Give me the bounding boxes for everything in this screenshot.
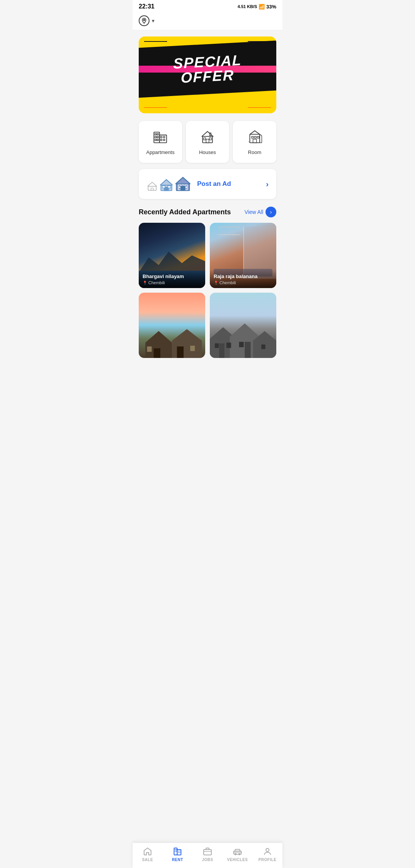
svg-rect-3	[155, 134, 157, 135]
property-card-1[interactable]: Bhargavi nilayam 📍 Chembili	[139, 223, 205, 288]
status-time: 22:31	[139, 3, 154, 10]
svg-rect-61	[175, 851, 176, 851]
wifi-icon: 📶	[259, 4, 265, 10]
pin-icon-2: 📍	[214, 281, 218, 285]
svg-rect-54	[261, 345, 265, 349]
svg-marker-43	[172, 329, 202, 358]
apartments-label: Appartments	[146, 149, 174, 155]
svg-rect-21	[257, 136, 259, 138]
svg-rect-16	[209, 138, 212, 140]
svg-rect-66	[179, 852, 180, 853]
category-room[interactable]: Room	[233, 121, 276, 163]
svg-rect-32	[168, 186, 171, 188]
svg-rect-7	[155, 139, 157, 141]
property-2-name: Raja raja balanana	[214, 273, 272, 279]
nav-rent[interactable]: RENT	[163, 847, 193, 862]
svg-rect-47	[190, 346, 195, 351]
svg-rect-55	[219, 343, 224, 358]
briefcase-nav-icon	[203, 847, 212, 856]
property-1-name: Bhargavi nilayam	[143, 273, 201, 279]
building-nav-icon	[173, 847, 182, 856]
pin-icon-1: 📍	[143, 281, 147, 285]
status-right: 4.51 KB/S 📶 33%	[237, 4, 276, 10]
status-bar: 22:31 4.51 KB/S 📶 33%	[133, 0, 282, 12]
property-2-overlay: Raja raja balanana 📍 Chembili	[210, 270, 276, 288]
svg-point-73	[266, 848, 269, 851]
post-ad-text: Post an Ad	[197, 180, 260, 188]
category-row: Appartments Houses	[139, 121, 276, 163]
svg-rect-5	[155, 136, 157, 138]
property-grid: Bhargavi nilayam 📍 Chembili Raja raja ba…	[139, 223, 276, 358]
svg-rect-11	[161, 139, 162, 141]
svg-rect-4	[157, 134, 159, 135]
svg-rect-45	[177, 346, 183, 358]
nav-jobs[interactable]: JOBS	[193, 847, 222, 862]
svg-rect-28	[151, 188, 153, 190]
property-card-2[interactable]: Raja raja balanana 📍 Chembili	[210, 223, 276, 288]
svg-rect-65	[178, 852, 179, 853]
nav-sale[interactable]: SALE	[133, 847, 163, 862]
location-pin-icon	[139, 15, 149, 26]
post-ad-arrow-icon: ›	[266, 180, 269, 189]
svg-rect-12	[164, 139, 165, 141]
svg-rect-56	[245, 342, 251, 358]
svg-rect-22	[253, 139, 256, 143]
nav-vehicles[interactable]: VEHICLES	[222, 847, 252, 862]
svg-rect-46	[147, 346, 152, 352]
property-card-4[interactable]	[210, 293, 276, 358]
property-card-3[interactable]	[139, 293, 205, 358]
svg-rect-40	[181, 186, 185, 190]
svg-rect-51	[215, 343, 219, 348]
svg-rect-60	[176, 849, 177, 850]
property-2-location: 📍 Chembili	[214, 280, 272, 285]
post-ad-banner[interactable]: Post an Ad ›	[139, 169, 276, 199]
view-all-button[interactable]: View All ›	[244, 207, 276, 217]
svg-rect-13	[203, 136, 212, 143]
person-nav-icon	[263, 847, 272, 856]
svg-rect-20	[254, 136, 256, 138]
svg-point-0	[143, 19, 144, 20]
room-label: Room	[248, 149, 261, 155]
svg-rect-64	[179, 851, 180, 851]
main-content: SPECIAL OFFER	[133, 30, 282, 364]
svg-rect-31	[162, 186, 165, 188]
svg-rect-8	[157, 139, 159, 141]
svg-rect-14	[206, 139, 209, 143]
home-nav-icon	[143, 847, 152, 856]
location-bar[interactable]: ▾	[133, 12, 282, 30]
property-1-overlay: Bhargavi nilayam 📍 Chembili	[139, 270, 205, 288]
section-header: Recently Added Apartments View All ›	[139, 207, 276, 217]
room-icon	[246, 129, 263, 146]
nav-profile[interactable]: PROFILE	[252, 847, 282, 862]
chevron-down-icon: ▾	[152, 18, 154, 24]
svg-rect-53	[239, 342, 244, 347]
view-all-circle-icon: ›	[266, 207, 276, 217]
house-small-icon-1	[146, 181, 158, 192]
svg-rect-63	[178, 851, 179, 851]
house-small-icon-2	[159, 178, 173, 192]
apartments-icon	[152, 129, 169, 146]
banner-offer-text: OFFER	[181, 68, 234, 85]
svg-rect-62	[176, 851, 177, 851]
apartment-post-icon	[175, 176, 191, 192]
svg-rect-58	[177, 850, 181, 855]
nav-rent-label: RENT	[172, 858, 183, 862]
category-apartments[interactable]: Appartments	[139, 121, 182, 163]
svg-rect-18	[250, 134, 260, 143]
nav-jobs-label: JOBS	[202, 858, 213, 862]
post-ad-icons	[146, 176, 191, 192]
svg-rect-59	[175, 849, 176, 850]
svg-rect-27	[148, 186, 156, 190]
car-nav-icon	[233, 847, 242, 856]
svg-rect-67	[204, 850, 211, 855]
category-houses[interactable]: Houses	[186, 121, 229, 163]
svg-rect-19	[251, 136, 253, 138]
section-title: Recently Added Apartments	[139, 208, 231, 216]
svg-rect-9	[161, 136, 162, 138]
nav-sale-label: SALE	[142, 858, 153, 862]
svg-rect-6	[157, 136, 159, 138]
svg-rect-15	[204, 138, 206, 140]
houses-icon	[199, 129, 216, 146]
battery-icon: 33%	[266, 4, 276, 10]
svg-rect-44	[154, 348, 160, 358]
